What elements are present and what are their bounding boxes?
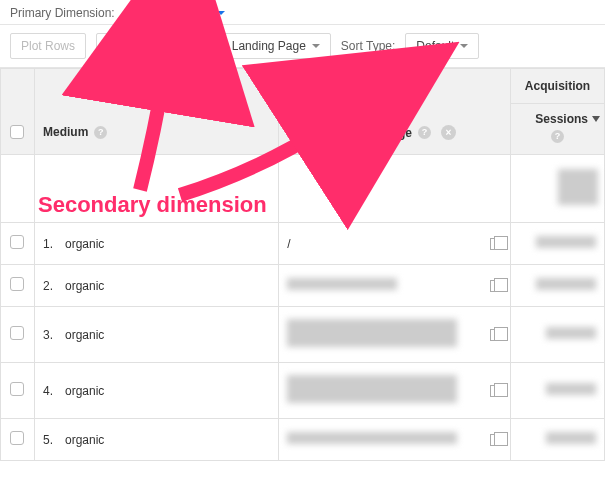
open-link-icon[interactable] — [490, 385, 502, 397]
row-number: 4. — [43, 384, 53, 398]
row-checkbox[interactable] — [10, 235, 24, 249]
tab-medium[interactable]: Medium — [127, 6, 172, 20]
medium-value[interactable]: organic — [65, 433, 104, 447]
help-icon[interactable]: ? — [94, 126, 107, 139]
help-icon[interactable]: ? — [551, 130, 564, 143]
toolbar: Plot Rows Secondary dimension: Landing P… — [0, 25, 605, 68]
primary-dimension-tabs: Primary Dimension: Medium Other — [0, 0, 605, 25]
row-checkbox[interactable] — [10, 382, 24, 396]
medium-value[interactable]: organic — [65, 237, 104, 251]
landing-value[interactable] — [287, 375, 457, 406]
landing-value[interactable] — [287, 319, 457, 350]
row-checkbox[interactable] — [10, 326, 24, 340]
caret-down-icon — [460, 44, 468, 48]
col-sessions-header[interactable]: Sessions — [535, 112, 588, 126]
col-acquisition-header: Acquisition — [511, 69, 604, 104]
row-number: 2. — [43, 279, 53, 293]
remove-secondary-dimension-icon[interactable]: × — [441, 125, 456, 140]
table-row: 1. organic / — [1, 223, 605, 265]
open-link-icon[interactable] — [490, 238, 502, 250]
tab-other[interactable]: Other — [184, 6, 225, 20]
col-medium-header[interactable]: Medium — [43, 125, 88, 139]
row-number: 1. — [43, 237, 53, 251]
medium-value[interactable]: organic — [65, 384, 104, 398]
table-row: 2. organic — [1, 265, 605, 307]
landing-value[interactable] — [287, 278, 397, 293]
open-link-icon[interactable] — [490, 280, 502, 292]
table-row: 5. organic — [1, 419, 605, 461]
secondary-dimension-dropdown[interactable]: Secondary dimension: Landing Page — [96, 33, 331, 59]
caret-down-icon — [312, 44, 320, 48]
table-row: 3. organic — [1, 307, 605, 363]
caret-down-icon — [217, 11, 225, 15]
open-link-icon[interactable] — [490, 434, 502, 446]
primary-dimension-label: Primary Dimension: — [10, 6, 115, 20]
row-number: 5. — [43, 433, 53, 447]
medium-value[interactable]: organic — [65, 279, 104, 293]
open-link-icon[interactable] — [490, 329, 502, 341]
sort-type-dropdown[interactable]: Default — [405, 33, 479, 59]
row-checkbox[interactable] — [10, 431, 24, 445]
sort-desc-icon — [592, 116, 600, 122]
summary-row — [1, 155, 605, 223]
select-all-checkbox[interactable] — [10, 125, 24, 139]
report-table: Medium ? Landing Page ? × Acquisition Se… — [0, 68, 605, 461]
help-icon[interactable]: ? — [418, 126, 431, 139]
table-row: 4. organic — [1, 363, 605, 419]
landing-value[interactable]: / — [287, 237, 290, 251]
row-number: 3. — [43, 328, 53, 342]
row-checkbox[interactable] — [10, 277, 24, 291]
landing-value[interactable] — [287, 432, 457, 447]
sort-type-label: Sort Type: — [341, 39, 395, 53]
col-landing-header[interactable]: Landing Page — [333, 126, 412, 140]
medium-value[interactable]: organic — [65, 328, 104, 342]
plot-rows-button[interactable]: Plot Rows — [10, 33, 86, 59]
